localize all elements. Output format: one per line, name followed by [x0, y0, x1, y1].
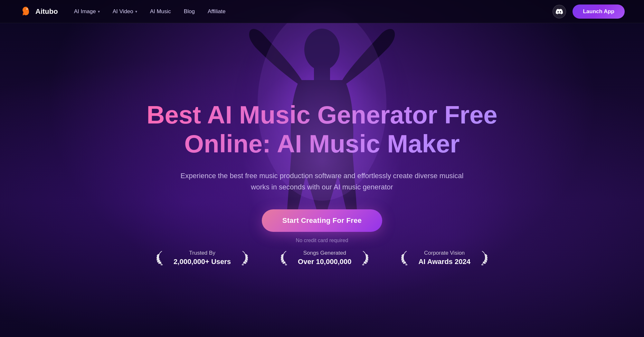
laurel-left-icon — [156, 250, 168, 266]
launch-app-button[interactable]: Launch App — [573, 5, 625, 19]
laurel-left-2-icon — [280, 250, 292, 266]
stat-text-songs: Songs Generated Over 10,000,000 — [298, 250, 351, 266]
hero-subtitle: Experience the best free music productio… — [177, 170, 467, 193]
hero-content: Best AI Music Generator Free Online: AI … — [134, 75, 510, 243]
chevron-down-icon: ▾ — [135, 9, 137, 14]
discord-button[interactable] — [553, 5, 566, 18]
stat-value-songs: Over 10,000,000 — [298, 258, 351, 266]
stat-value-awards: AI Awards 2024 — [418, 258, 470, 266]
stat-label-awards: Corporate Vision — [418, 250, 470, 256]
discord-icon — [556, 8, 563, 15]
stat-text-trusted: Trusted By 2,000,000+ Users — [174, 250, 231, 266]
nav-blog[interactable]: Blog — [184, 8, 195, 15]
hero-section: Best AI Music Generator Free Online: AI … — [0, 0, 644, 337]
nav-affiliate[interactable]: Affiliate — [208, 8, 225, 15]
logo-icon — [19, 5, 32, 18]
stats-row: Trusted By 2,000,000+ Users — [137, 243, 507, 285]
stat-text-awards: Corporate Vision AI Awards 2024 — [418, 250, 470, 266]
nav-ai-image[interactable]: AI Image ▾ — [74, 8, 100, 15]
laurel-right-3-icon — [476, 250, 488, 266]
nav-ai-music[interactable]: AI Music — [150, 8, 171, 15]
logo-link[interactable]: Aitubo — [19, 5, 58, 18]
svg-point-0 — [26, 8, 28, 10]
laurel-right-2-icon — [357, 250, 369, 266]
nav-right: Launch App — [553, 5, 625, 19]
chevron-down-icon: ▾ — [98, 9, 100, 14]
navbar: Aitubo AI Image ▾ AI Video ▾ AI Music Bl… — [0, 0, 644, 23]
stat-songs: Songs Generated Over 10,000,000 — [280, 250, 369, 266]
stat-label-trusted: Trusted By — [174, 250, 231, 256]
hero-title: Best AI Music Generator Free Online: AI … — [147, 101, 497, 158]
laurel-right-icon — [237, 250, 248, 266]
stat-awards: Corporate Vision AI Awards 2024 — [401, 250, 488, 266]
stat-value-trusted: 2,000,000+ Users — [174, 258, 231, 266]
cta-button[interactable]: Start Creating For Free — [262, 209, 383, 232]
laurel-left-3-icon — [401, 250, 412, 266]
logo-text: Aitubo — [35, 7, 58, 16]
nav-links: AI Image ▾ AI Video ▾ AI Music Blog Affi… — [74, 8, 553, 15]
stat-label-songs: Songs Generated — [298, 250, 351, 256]
nav-ai-video[interactable]: AI Video ▾ — [113, 8, 137, 15]
no-credit-text: No credit card required — [296, 238, 348, 243]
stat-trusted: Trusted By 2,000,000+ Users — [156, 250, 248, 266]
